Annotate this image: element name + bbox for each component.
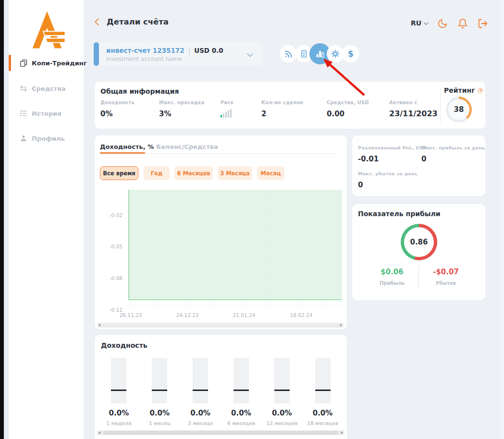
logout-icon bbox=[478, 18, 488, 29]
max-loss-day-label: Макс. убыток за день bbox=[358, 171, 418, 176]
separator: | bbox=[188, 47, 191, 54]
x-tick: 26.11.23 bbox=[114, 312, 148, 318]
gear-icon bbox=[331, 49, 340, 59]
return-bar bbox=[234, 358, 249, 403]
max-loss-day-value: 0 bbox=[358, 181, 418, 189]
profit-indicator-card: Показатель прибыли 0.86 $0.06 Прибыль -$… bbox=[352, 204, 485, 300]
performance-card: Доходность, % Баланс/Средства Все время … bbox=[95, 135, 347, 329]
dollar-icon: $ bbox=[348, 49, 354, 59]
loss-value: -$0.07 bbox=[419, 268, 472, 276]
logout-button[interactable] bbox=[478, 18, 488, 29]
rating-value: 38 bbox=[446, 97, 472, 122]
stat-trades-count: Кол-во сделок 2 bbox=[261, 100, 304, 118]
tab-balance-funds[interactable]: Баланс/Средства bbox=[156, 143, 218, 150]
profit-column: $0.06 Прибыль bbox=[366, 268, 418, 286]
x-tick: 24.12.23 bbox=[171, 312, 204, 318]
scroll-right-icon[interactable] bbox=[341, 431, 343, 434]
loss-label: Убыток bbox=[419, 280, 472, 286]
account-details-page: Копи-Трейдинг Средства История Профиль Д… bbox=[0, 0, 504, 439]
risk-bars-icon bbox=[221, 109, 234, 118]
stat-return: Доходность 0% bbox=[100, 100, 135, 118]
document-icon bbox=[300, 49, 308, 58]
return-bar bbox=[193, 358, 208, 403]
account-balance: USD 0.0 bbox=[194, 47, 223, 54]
sidebar-item-label: История bbox=[32, 110, 61, 117]
return-bar bbox=[274, 358, 290, 403]
page-title: Детали счёта bbox=[107, 17, 169, 26]
scroll-left-icon[interactable] bbox=[98, 324, 100, 327]
sidebar-item-label: Профиль bbox=[32, 135, 65, 142]
filter-3-months[interactable]: 3 Месяца bbox=[218, 166, 252, 180]
rating-gauge: 38 bbox=[446, 97, 472, 122]
return-item: 0.0% 1 неделя bbox=[98, 358, 139, 426]
sidebar-item-label: Средства bbox=[32, 85, 65, 92]
dark-mode-button[interactable] bbox=[437, 18, 448, 29]
x-tick: 21.01.24 bbox=[227, 312, 261, 318]
filter-month[interactable]: Месяц bbox=[257, 166, 284, 180]
app-logo[interactable] bbox=[28, 6, 66, 55]
bell-icon bbox=[457, 18, 468, 29]
area-chart-plot[interactable] bbox=[126, 188, 342, 308]
profit-factor-value: 0.86 bbox=[401, 224, 437, 260]
chevron-down-icon bbox=[247, 51, 253, 57]
settings-button[interactable] bbox=[327, 45, 344, 62]
sidebar-item-funds[interactable]: Средства bbox=[9, 80, 84, 97]
return-item: 0.0% 18 месяцев bbox=[303, 358, 343, 426]
notifications-button[interactable] bbox=[457, 18, 468, 29]
zero-line bbox=[315, 390, 331, 391]
bar-chart-icon bbox=[315, 49, 325, 59]
rss-icon bbox=[284, 49, 293, 59]
chart-horizontal-scrollbar[interactable] bbox=[97, 323, 344, 328]
account-subtitle: Investment account name bbox=[106, 56, 182, 62]
y-tick: -0.08 bbox=[101, 275, 123, 281]
y-tick: -0.05 bbox=[101, 244, 123, 249]
return-bar bbox=[111, 358, 126, 403]
filter-year[interactable]: Год bbox=[144, 166, 170, 180]
active-tab-underline bbox=[100, 152, 145, 154]
overview-card: Общая информация Доходность 0% Макс. про… bbox=[95, 82, 485, 129]
rss-button[interactable] bbox=[280, 45, 297, 62]
return-item: 0.0% 6 месяцев bbox=[221, 358, 261, 426]
zero-line bbox=[193, 390, 208, 391]
logo-a-icon bbox=[28, 6, 66, 54]
tab-return-percent[interactable]: Доходность, % bbox=[100, 143, 154, 150]
y-tick: -0.02 bbox=[101, 212, 123, 218]
back-chevron-icon[interactable] bbox=[95, 18, 102, 26]
stat-funds: Средства, USD 0.00 bbox=[327, 100, 369, 118]
pnl-label: Реализованный PnL, USD bbox=[358, 145, 427, 150]
return-item: 0.0% 3 месяца bbox=[180, 358, 221, 426]
scroll-left-icon[interactable] bbox=[98, 431, 100, 434]
returns-horizontal-scrollbar[interactable] bbox=[97, 430, 344, 435]
overview-title: Общая информация bbox=[100, 87, 179, 95]
profit-value: $0.06 bbox=[366, 268, 418, 276]
language-selector[interactable]: RU bbox=[411, 19, 427, 27]
active-indicator bbox=[9, 55, 11, 71]
sidebar-item-profile[interactable]: Профиль bbox=[9, 130, 84, 146]
sidebar-item-copy-trading[interactable]: Копи-Трейдинг bbox=[9, 55, 84, 71]
pnl-card: Реализованный PnL, USD -0.01 Макс. прибы… bbox=[352, 135, 485, 196]
returns-card: Доходность 0.0% 1 неделя 0.0% 1 месяц 0.… bbox=[95, 335, 347, 439]
zero-line bbox=[274, 390, 290, 391]
filter-all-time[interactable]: Все время bbox=[100, 166, 138, 180]
finance-button[interactable]: $ bbox=[342, 45, 359, 62]
returns-columns: 0.0% 1 неделя 0.0% 1 месяц 0.0% 3 месяца… bbox=[98, 358, 343, 426]
return-bar bbox=[315, 358, 331, 403]
stat-max-drawdown: Макс. просадка 3% bbox=[159, 100, 205, 118]
zero-line bbox=[111, 390, 126, 391]
pnl-value: -0.01 bbox=[358, 155, 427, 163]
rating-label: Рейтинг bbox=[444, 86, 475, 94]
page-scrollbar[interactable] bbox=[500, 0, 504, 439]
x-tick: 18.02.24 bbox=[284, 312, 318, 318]
info-icon[interactable] bbox=[478, 88, 483, 93]
zero-line bbox=[234, 390, 249, 391]
profit-label: Прибыль bbox=[366, 280, 418, 286]
stat-risk: Риск bbox=[221, 100, 234, 118]
divider bbox=[418, 266, 419, 289]
sidebar-item-history[interactable]: История bbox=[9, 105, 84, 122]
scrollbar-thumb[interactable] bbox=[103, 431, 338, 435]
return-item: 0.0% 12 месяцев bbox=[262, 358, 302, 426]
account-selector[interactable]: инвест-счет 1235172 | USD 0.0 Investment… bbox=[95, 42, 263, 66]
filter-6-months[interactable]: 6 Месяцев bbox=[174, 166, 213, 180]
scroll-right-icon[interactable] bbox=[340, 324, 342, 327]
language-label: RU bbox=[411, 19, 421, 27]
